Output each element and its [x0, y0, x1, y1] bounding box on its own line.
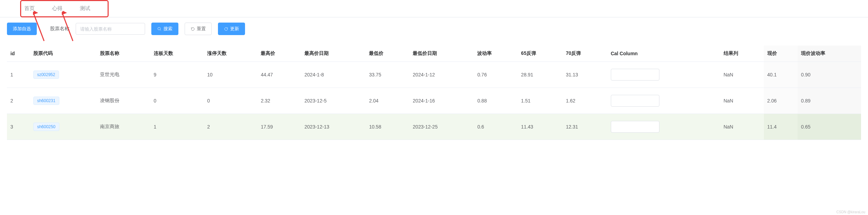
cell-lianban: 9 — [150, 62, 204, 88]
cell-vol: 0.76 — [474, 62, 517, 88]
cal-column-input[interactable] — [611, 121, 659, 133]
data-table-wrap: id 股票代码 股票名称 连板天数 涨停天数 最高价 最高价日期 最低价 最低价… — [0, 46, 868, 140]
cell-mind: 2024-1-12 — [409, 62, 474, 88]
search-button[interactable]: 搜索 — [151, 23, 178, 35]
cell-nowvol: 0.90 — [798, 62, 861, 88]
cell-now: 40.1 — [764, 62, 798, 88]
cell-zhangting: 2 — [204, 114, 257, 140]
cell-lianban: 0 — [150, 88, 204, 114]
cell-maxd: 2024-1-8 — [301, 62, 365, 88]
col-name: 股票名称 — [96, 46, 150, 62]
cell-id: 1 — [7, 62, 30, 88]
cell-maxp: 44.47 — [257, 62, 301, 88]
col-vol: 波动率 — [474, 46, 517, 62]
cal-column-input[interactable] — [611, 69, 659, 81]
nav-item-test[interactable]: 测试 — [76, 5, 94, 12]
toolbar: 添加自选 股票名称 搜索 重置 更新 — [0, 17, 868, 40]
cell-minp: 33.75 — [365, 62, 409, 88]
cell-maxp: 17.59 — [257, 114, 301, 140]
reset-icon — [191, 27, 195, 31]
svg-point-4 — [158, 27, 161, 30]
col-maxd: 最高价日期 — [301, 46, 365, 62]
cell-maxd: 2023-12-5 — [301, 88, 365, 114]
col-maxp: 最高价 — [257, 46, 301, 62]
col-r70: 70反弹 — [563, 46, 607, 62]
cal-column-input[interactable] — [611, 95, 659, 107]
cell-id: 2 — [7, 88, 30, 114]
col-cal: Cal Column — [607, 46, 720, 62]
col-mind: 最低价日期 — [409, 46, 474, 62]
cell-name: 凌钢股份 — [96, 88, 150, 114]
stock-name-label: 股票名称 — [50, 26, 69, 32]
cell-now: 11.4 — [764, 114, 798, 140]
cell-zhangting: 10 — [204, 62, 257, 88]
cell-id: 3 — [7, 114, 30, 140]
cell-r65: 1.51 — [517, 88, 562, 114]
stock-code-tag[interactable]: sh600250 — [33, 123, 59, 131]
table-row[interactable]: 3sh600250南京商旅1217.592023-12-1310.582023-… — [7, 114, 861, 140]
table-header-row: id 股票代码 股票名称 连板天数 涨停天数 最高价 最高价日期 最低价 最低价… — [7, 46, 861, 62]
nav-bar: 首页 心得 测试 — [0, 0, 868, 17]
cell-r70: 31.13 — [563, 62, 607, 88]
cell-lianban: 1 — [150, 114, 204, 140]
nav-item-notes[interactable]: 心得 — [49, 5, 66, 12]
cell-now: 2.06 — [764, 88, 798, 114]
reset-button-label: 重置 — [197, 26, 206, 32]
table-row[interactable]: 2sh600231凌钢股份002.322023-12-52.042024-1-1… — [7, 88, 861, 114]
cell-minp: 10.58 — [365, 114, 409, 140]
refresh-icon — [224, 27, 228, 31]
refresh-button[interactable]: 更新 — [218, 23, 245, 35]
col-lianban: 连板天数 — [150, 46, 204, 62]
col-r65: 65反弹 — [517, 46, 562, 62]
cell-vol: 0.88 — [474, 88, 517, 114]
cell-maxd: 2023-12-13 — [301, 114, 365, 140]
col-zhangting: 涨停天数 — [204, 46, 257, 62]
search-button-label: 搜索 — [163, 26, 172, 32]
cell-cal — [607, 114, 720, 140]
cell-cal — [607, 88, 720, 114]
data-table: id 股票代码 股票名称 连板天数 涨停天数 最高价 最高价日期 最低价 最低价… — [7, 46, 861, 140]
cell-name: 南京商旅 — [96, 114, 150, 140]
cell-res: NaN — [720, 114, 764, 140]
stock-code-tag[interactable]: sz002952 — [33, 71, 59, 79]
reset-button[interactable]: 重置 — [185, 23, 212, 35]
stock-code-tag[interactable]: sh600231 — [33, 97, 59, 105]
col-now: 现价 — [764, 46, 798, 62]
cell-minp: 2.04 — [365, 88, 409, 114]
cell-cal — [607, 62, 720, 88]
add-favorite-button[interactable]: 添加自选 — [7, 23, 37, 35]
nav-item-home[interactable]: 首页 — [21, 5, 38, 12]
stock-name-input[interactable] — [76, 23, 145, 35]
col-code: 股票代码 — [30, 46, 96, 62]
cell-res: NaN — [720, 88, 764, 114]
cell-mind: 2023-12-25 — [409, 114, 474, 140]
cell-nowvol: 0.65 — [798, 114, 861, 140]
cell-zhangting: 0 — [204, 88, 257, 114]
col-nowvol: 现价波动率 — [798, 46, 861, 62]
cell-r70: 12.31 — [563, 114, 607, 140]
cell-mind: 2024-1-16 — [409, 88, 474, 114]
cell-r70: 1.62 — [563, 88, 607, 114]
col-minp: 最低价 — [365, 46, 409, 62]
svg-line-5 — [160, 30, 161, 31]
col-res: 结果列 — [720, 46, 764, 62]
table-row[interactable]: 1sz002952亚世光电91044.472024-1-833.752024-1… — [7, 62, 861, 88]
search-icon — [157, 27, 162, 31]
refresh-button-label: 更新 — [230, 26, 239, 32]
cell-nowvol: 0.89 — [798, 88, 861, 114]
cell-name: 亚世光电 — [96, 62, 150, 88]
cell-r65: 11.43 — [517, 114, 562, 140]
cell-maxp: 2.32 — [257, 88, 301, 114]
cell-vol: 0.6 — [474, 114, 517, 140]
cell-r65: 28.91 — [517, 62, 562, 88]
col-id: id — [7, 46, 30, 62]
cell-res: NaN — [720, 62, 764, 88]
